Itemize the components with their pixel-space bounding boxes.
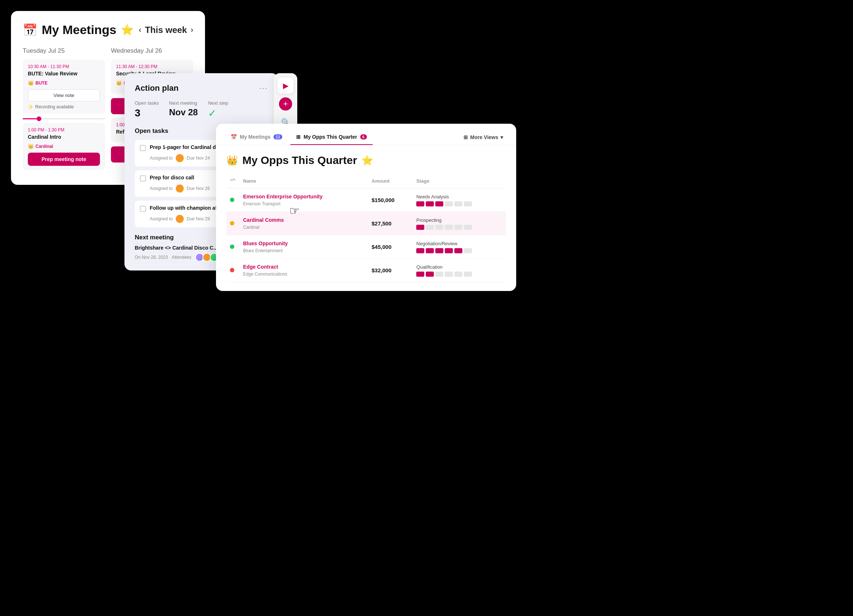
action-plan-more-button[interactable]: ···	[259, 83, 268, 93]
event-cardinal: 1:00 PM - 1:30 PM Cardinal Intro 👑 Cardi…	[23, 123, 105, 170]
view-note-button[interactable]: View note	[28, 89, 100, 102]
row-2-amount: $27,500	[368, 212, 413, 235]
more-views-chevron-icon: ▾	[501, 134, 503, 140]
amount-cardinal: $27,500	[372, 220, 392, 226]
ap-stat-next-meeting: Next meeting Nov 28	[169, 100, 198, 119]
opp-name-cardinal[interactable]: Cardinal Comms	[243, 217, 364, 223]
more-views-button[interactable]: ⊞ More Views ▾	[459, 130, 507, 144]
tab-my-opps[interactable]: ⊞ My Opps This Quarter 6	[290, 130, 372, 145]
meetings-header: 📅 My Meetings ⭐ ‹ This week ›	[23, 23, 193, 37]
table-row: Cardinal Comms Cardinal $27,500 Prospect…	[226, 212, 506, 235]
opps-tabs: 📅 My Meetings 11 ⊞ My Opps This Quarter …	[216, 124, 516, 145]
event-time-cardinal: 1:00 PM - 1:30 PM	[28, 127, 100, 132]
my-meetings-badge: 11	[273, 134, 282, 140]
opp-company-blues: Blues Entertainment	[243, 248, 282, 253]
event-tag-bute: 👑 BUTE	[28, 80, 48, 86]
sidebar-arrow-icon[interactable]: ▶	[278, 77, 294, 94]
event-title-bute: BUTE: Value Review	[28, 71, 100, 76]
stage-bar	[464, 248, 472, 253]
event-title-cardinal: Cardinal Intro	[28, 134, 100, 140]
amount-blues: $45,000	[372, 244, 392, 250]
opp-name-edge[interactable]: Edge Contract	[243, 264, 364, 270]
row-1-amount: $150,000	[368, 188, 413, 212]
stage-name-cardinal: Prospecting	[416, 217, 502, 223]
prep-meeting-note-button[interactable]: Prep meeting note	[28, 153, 100, 166]
stage-bar	[445, 201, 453, 206]
stage-name-edge: Qualification	[416, 264, 502, 270]
task-3-due: Due Nov 29	[187, 216, 210, 222]
status-dot-green-2	[230, 244, 234, 249]
tab-my-meetings[interactable]: 📅 My Meetings 11	[225, 130, 288, 145]
row-2-name: Cardinal Comms Cardinal	[240, 212, 368, 235]
opp-company-emerson: Emerson Transport	[243, 201, 281, 206]
status-dot-red	[230, 268, 234, 272]
ap-stat-next-step: Next step ✓	[208, 100, 228, 119]
event-time-security: 11:30 AM - 12:30 PM	[116, 64, 188, 69]
row-4-name: Edge Contract Edge Communications	[240, 259, 368, 282]
stage-bar	[454, 225, 462, 230]
tab-my-opps-label: My Opps This Quarter	[304, 134, 357, 140]
progress-bar	[23, 118, 105, 119]
stage-bar	[464, 201, 472, 206]
sidebar-add-button[interactable]: +	[279, 97, 292, 111]
tab-calendar-icon: 📅	[231, 134, 237, 140]
opps-title-row: 👑 My Opps This Quarter ⭐	[226, 154, 506, 167]
row-3-dot	[226, 235, 240, 259]
row-2-stage: Prospecting	[413, 212, 506, 235]
stage-bar	[454, 272, 462, 277]
task-2-checkbox[interactable]	[140, 175, 146, 182]
prev-week-button[interactable]: ‹	[139, 25, 141, 35]
opp-name-blues[interactable]: Blues Opportunity	[243, 240, 364, 246]
row-4-stage: Qualification	[413, 259, 506, 282]
table-row: Emerson Enterprise Opportunity Emerson T…	[226, 188, 506, 212]
stage-bar	[445, 248, 453, 253]
event-tag-cardinal: 👑 Cardinal	[28, 144, 53, 149]
stage-bar	[426, 248, 434, 253]
event-bute: 10:30 AM - 11:30 PM BUTE: Value Review 👑…	[23, 60, 105, 114]
table-row: Edge Contract Edge Communications $32,00…	[226, 259, 506, 282]
stage-bar	[464, 225, 472, 230]
progress-dot	[36, 116, 41, 121]
my-opps-badge: 6	[360, 134, 367, 140]
stage-bar	[416, 272, 424, 277]
stage-name-blues: Negotiation/Review	[416, 241, 502, 246]
assignee-avatar-1	[176, 154, 184, 162]
event-time-bute: 10:30 AM - 11:30 PM	[28, 64, 100, 69]
calendar-icon: 📅	[23, 23, 37, 37]
task-1-checkbox[interactable]	[140, 145, 146, 151]
stage-bar	[454, 201, 462, 206]
amount-edge: $32,000	[372, 267, 392, 273]
assigned-to-label-1: Assigned to	[150, 156, 173, 161]
row-1-stage: Needs Analysis	[413, 188, 506, 212]
assignee-avatar-2	[176, 185, 184, 193]
opp-name-emerson[interactable]: Emerson Enterprise Opportunity	[243, 194, 364, 199]
stage-bar	[426, 272, 434, 277]
meetings-star[interactable]: ⭐	[121, 24, 134, 36]
stage-bars-edge	[416, 272, 502, 277]
opp-company-cardinal: Cardinal	[243, 225, 260, 230]
opps-star-icon[interactable]: ⭐	[361, 155, 373, 166]
opps-body: 👑 My Opps This Quarter ⭐ Name Amount Sta…	[216, 145, 516, 291]
stage-bar	[416, 248, 424, 253]
stage-bar	[435, 248, 443, 253]
col-name-header: Name	[240, 175, 368, 188]
tuesday-heading: Tuesday Jul 25	[23, 47, 105, 55]
row-4-amount: $32,000	[368, 259, 413, 282]
tab-grid-icon: ⊞	[296, 134, 301, 140]
ap-stat-open-tasks: Open tasks 3	[135, 100, 159, 119]
task-2-due: Due Nov 26	[187, 186, 210, 191]
opps-table: Name Amount Stage Emerson Enterprise Opp…	[226, 175, 506, 282]
attendees-label: Attendees	[172, 255, 191, 260]
next-week-button[interactable]: ›	[191, 25, 193, 35]
stage-bar	[416, 201, 424, 206]
assigned-to-label-2: Assigned to	[150, 186, 173, 191]
attendees-avatars	[195, 253, 219, 262]
more-views-grid-icon: ⊞	[463, 134, 468, 140]
task-3-checkbox[interactable]	[140, 206, 146, 212]
stage-bar	[435, 201, 443, 206]
row-1-name: Emerson Enterprise Opportunity Emerson T…	[240, 188, 368, 212]
status-dot-green-1	[230, 198, 234, 202]
stage-bar	[435, 272, 443, 277]
crown-icon-3: 👑	[116, 80, 122, 86]
row-4-dot	[226, 259, 240, 282]
